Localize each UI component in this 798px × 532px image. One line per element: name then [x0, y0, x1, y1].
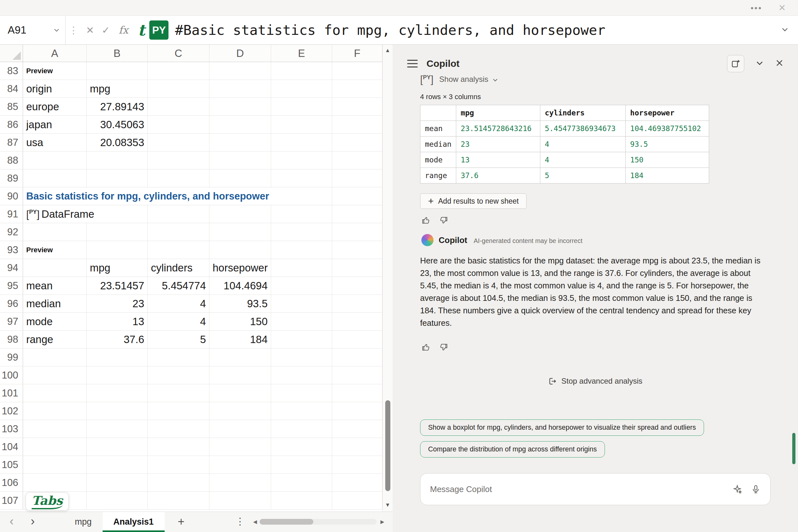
row-header-91[interactable]: 91 — [0, 205, 23, 223]
sheet-tab-Analysis1[interactable]: Analysis1 — [102, 512, 165, 532]
thumbs-up-icon[interactable] — [421, 216, 430, 225]
cell-B83[interactable] — [87, 62, 148, 80]
cancel-entry-icon[interactable]: ✕ — [86, 25, 94, 36]
thumbs-down-icon[interactable] — [439, 216, 448, 225]
cell-D89[interactable] — [209, 169, 271, 187]
cell-D104[interactable] — [209, 438, 271, 456]
cell-E94[interactable] — [271, 259, 332, 277]
cell-C98[interactable]: 5 — [148, 330, 209, 348]
row-header-103[interactable]: 103 — [0, 420, 23, 438]
row-header-106[interactable]: 106 — [0, 474, 23, 492]
cell-B87[interactable]: 20.08353 — [87, 134, 148, 152]
cell-C92[interactable] — [148, 223, 209, 241]
cell-E99[interactable] — [271, 348, 332, 366]
formula-bar-handle-icon[interactable]: ⋮ — [69, 25, 78, 36]
cell-D88[interactable] — [209, 152, 271, 169]
cell-F84[interactable] — [332, 80, 382, 98]
cell-D86[interactable] — [209, 116, 271, 134]
cell-C101[interactable] — [148, 384, 209, 402]
cell-C105[interactable] — [148, 456, 209, 474]
cell-A100[interactable] — [23, 366, 87, 384]
cell-C89[interactable] — [148, 169, 209, 187]
cell-B96[interactable]: 23 — [87, 295, 148, 313]
cell-B107[interactable] — [87, 492, 148, 510]
cell-D100[interactable] — [209, 366, 271, 384]
cell-B85[interactable]: 27.89143 — [87, 98, 148, 116]
cell-C106[interactable] — [148, 474, 209, 492]
more-options-icon[interactable]: ••• — [751, 3, 762, 13]
hscroll-right-icon[interactable]: ► — [379, 518, 385, 526]
cell-C96[interactable]: 4 — [148, 295, 209, 313]
cell-C103[interactable] — [148, 420, 209, 438]
cell-B103[interactable] — [87, 420, 148, 438]
cell-F89[interactable] — [332, 169, 382, 187]
cell-B101[interactable] — [87, 384, 148, 402]
row-header-84[interactable]: 84 — [0, 80, 23, 98]
microphone-icon[interactable] — [751, 484, 761, 494]
cell-A97[interactable]: mode — [23, 313, 87, 330]
cell-E102[interactable] — [271, 402, 332, 420]
cell-D106[interactable] — [209, 474, 271, 492]
cell-B104[interactable] — [87, 438, 148, 456]
column-header-E[interactable]: E — [271, 45, 332, 62]
window-close-icon[interactable]: ✕ — [779, 3, 786, 13]
cell-C107[interactable] — [148, 492, 209, 510]
column-header-F[interactable]: F — [332, 45, 382, 62]
row-header-83[interactable]: 83 — [0, 62, 23, 80]
cell-A91[interactable]: [PY]DataFrame — [23, 205, 87, 223]
cell-C86[interactable] — [148, 116, 209, 134]
cell-F104[interactable] — [332, 438, 382, 456]
cell-B98[interactable]: 37.6 — [87, 330, 148, 348]
cell-D93[interactable] — [209, 241, 271, 259]
cell-F94[interactable] — [332, 259, 382, 277]
cell-A105[interactable] — [23, 456, 87, 474]
cell-D103[interactable] — [209, 420, 271, 438]
cell-B97[interactable]: 13 — [87, 313, 148, 330]
cell-C104[interactable] — [148, 438, 209, 456]
cell-E96[interactable] — [271, 295, 332, 313]
expand-formula-bar-icon[interactable] — [781, 25, 789, 35]
select-all-corner[interactable] — [0, 45, 23, 62]
cell-F90[interactable] — [332, 187, 382, 205]
row-header-100[interactable]: 100 — [0, 366, 23, 384]
cell-E88[interactable] — [271, 152, 332, 169]
suggestion-pill-1[interactable]: Show a boxplot for mpg, cylinders, and h… — [420, 419, 704, 436]
name-box-dropdown-icon[interactable] — [53, 26, 60, 34]
cell-E93[interactable] — [271, 241, 332, 259]
cell-F102[interactable] — [332, 402, 382, 420]
cell-C91[interactable] — [148, 205, 209, 223]
add-results-button[interactable]: + Add results to new sheet — [420, 193, 527, 209]
cell-E107[interactable] — [271, 492, 332, 510]
cell-C85[interactable] — [148, 98, 209, 116]
cell-E92[interactable] — [271, 223, 332, 241]
cell-F107[interactable] — [332, 492, 382, 510]
cell-F97[interactable] — [332, 313, 382, 330]
add-sheet-icon[interactable]: + — [178, 515, 185, 529]
cell-F103[interactable] — [332, 420, 382, 438]
cell-C84[interactable] — [148, 80, 209, 98]
cell-A106[interactable] — [23, 474, 87, 492]
cell-B93[interactable] — [87, 241, 148, 259]
cell-B106[interactable] — [87, 474, 148, 492]
cell-D95[interactable]: 104.4694 — [209, 277, 271, 295]
cell-D91[interactable] — [209, 205, 271, 223]
cell-A86[interactable]: japan — [23, 116, 87, 134]
scroll-up-icon[interactable]: ▲ — [383, 47, 393, 54]
cell-F99[interactable] — [332, 348, 382, 366]
cell-E85[interactable] — [271, 98, 332, 116]
sheet-nav-forward-icon[interactable]: › — [31, 514, 35, 528]
cell-A85[interactable]: europe — [23, 98, 87, 116]
copilot-message-box[interactable] — [420, 473, 771, 505]
menu-icon[interactable] — [407, 59, 418, 69]
cell-F93[interactable] — [332, 241, 382, 259]
cell-C88[interactable] — [148, 152, 209, 169]
column-header-C[interactable]: C — [148, 45, 209, 62]
cell-A83[interactable]: Preview — [23, 62, 87, 80]
cell-A104[interactable] — [23, 438, 87, 456]
row-header-107[interactable]: 107 — [0, 492, 23, 510]
cell-F86[interactable] — [332, 116, 382, 134]
row-header-95[interactable]: 95 — [0, 277, 23, 295]
cell-A89[interactable] — [23, 169, 87, 187]
cell-D92[interactable] — [209, 223, 271, 241]
cell-A88[interactable] — [23, 152, 87, 169]
